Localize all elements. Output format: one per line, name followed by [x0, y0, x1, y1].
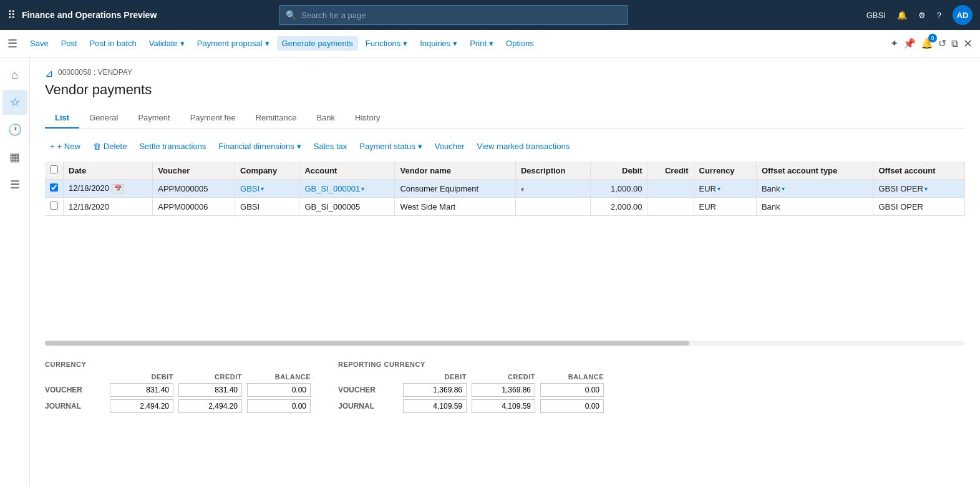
sidebar-item-favorites[interactable]: ☆	[2, 90, 27, 115]
offset-account-value: GBSI OPER	[878, 184, 923, 193]
settings-icon[interactable]: ⚙	[918, 11, 926, 20]
options-button[interactable]: Options	[501, 36, 539, 51]
offset-type-dropdown-icon[interactable]: ▾	[782, 185, 785, 192]
avatar[interactable]: AD	[953, 5, 973, 25]
table-row[interactable]: 12/18/2020 📅 APPM000005 GBSI ▾	[45, 180, 965, 198]
financial-dimensions-chevron-icon: ▾	[297, 142, 301, 151]
table-scroll: Date Voucher Company Account Vendor name…	[45, 162, 965, 216]
layout: ⌂ ☆ 🕐 ▦ ☰ ⊿ 00000058 : VENDPAY Vendor pa…	[0, 57, 980, 486]
cell-debit: 1,000.00	[590, 180, 648, 198]
currency-totals: CURRENCY DEBIT CREDIT BALANCE VOUCHER 83…	[45, 361, 313, 413]
col-account: Account	[299, 162, 395, 180]
delete-icon: 🗑	[93, 142, 101, 151]
new-button[interactable]: + + New	[45, 139, 85, 154]
sidebar-item-home[interactable]: ⌂	[2, 62, 27, 87]
post-button[interactable]: Post	[56, 36, 82, 51]
cell-date: 12/18/2020 📅	[64, 180, 153, 198]
currency-credit-header: CREDIT	[176, 373, 245, 381]
offset-type-value: Bank	[762, 184, 780, 193]
tab-bank[interactable]: Bank	[306, 108, 345, 129]
financial-dimensions-button[interactable]: Financial dimensions ▾	[213, 139, 306, 154]
table-row[interactable]: 12/18/2020 APPM000006 GBSI GB_SI_000005 …	[45, 198, 965, 216]
functions-chevron-icon: ▾	[403, 39, 407, 48]
col-offset-account: Offset account	[873, 162, 965, 180]
search-input[interactable]	[301, 11, 621, 20]
view-marked-button[interactable]: View marked transactions	[472, 139, 575, 154]
tab-general[interactable]: General	[79, 108, 128, 129]
refresh-icon[interactable]: ↺	[938, 37, 946, 49]
data-table: Date Voucher Company Account Vendor name…	[45, 162, 965, 216]
help-icon[interactable]: ?	[937, 11, 941, 20]
toolbar: ☰ Save Post Post in batch Validate ▾ Pay…	[0, 30, 980, 57]
journal-credit: 2,494.20	[178, 399, 242, 413]
voucher-button[interactable]: Voucher	[430, 139, 470, 154]
tab-list[interactable]: List	[45, 108, 79, 129]
inquiries-label: Inquiries	[420, 39, 450, 48]
functions-button[interactable]: Functions ▾	[361, 36, 412, 51]
currency-dropdown-icon[interactable]: ▾	[717, 185, 720, 192]
rep-voucher-debit: 1,369.86	[403, 383, 467, 397]
save-button[interactable]: Save	[25, 36, 54, 51]
select-all-header[interactable]	[45, 162, 64, 180]
currency-value: EUR	[699, 184, 716, 193]
row-checkbox-cell	[45, 198, 64, 216]
print-label: Print	[470, 39, 487, 48]
payment-proposal-label: Payment proposal	[197, 39, 263, 48]
sidebar: ⌂ ☆ 🕐 ▦ ☰	[0, 57, 30, 486]
rep-balance-header: BALANCE	[538, 373, 606, 381]
notifications-icon[interactable]: 🔔	[897, 11, 907, 20]
app-grid-icon[interactable]: ⠿	[7, 8, 16, 22]
cell-date: 12/18/2020	[64, 198, 153, 216]
cell-offset-account-type: Bank ▾	[756, 180, 873, 198]
rep-voucher-credit: 1,369.86	[472, 383, 535, 397]
company-dropdown-icon[interactable]: ▾	[261, 185, 264, 192]
payment-proposal-button[interactable]: Payment proposal ▾	[192, 36, 274, 51]
tab-payment[interactable]: Payment	[128, 108, 180, 129]
offset-account-dropdown-icon[interactable]: ▾	[924, 185, 928, 192]
generate-payments-button[interactable]: Generate payments	[277, 36, 358, 51]
col-company: Company	[235, 162, 299, 180]
calendar-icon[interactable]: 📅	[112, 184, 124, 193]
delete-button[interactable]: 🗑 Delete	[88, 139, 132, 154]
tab-history[interactable]: History	[345, 108, 390, 129]
inquiries-chevron-icon: ▾	[453, 39, 457, 48]
row-checkbox[interactable]	[50, 183, 58, 192]
sales-tax-button[interactable]: Sales tax	[309, 139, 352, 154]
hamburger-icon[interactable]: ☰	[7, 37, 17, 51]
sidebar-item-workspaces[interactable]: ▦	[2, 145, 27, 170]
favorites-icon[interactable]: ✦	[890, 37, 898, 49]
notifications-badge-icon[interactable]: 🔔0	[921, 37, 933, 49]
rep-voucher-label: VOUCHER	[338, 386, 400, 394]
col-vendor-name: Vendor name	[395, 162, 515, 180]
select-all-checkbox[interactable]	[50, 165, 58, 173]
popout-icon[interactable]: ⧉	[951, 38, 958, 49]
col-credit: Credit	[648, 162, 694, 180]
cell-description: ▾	[515, 180, 590, 198]
close-button[interactable]: ✕	[963, 37, 973, 51]
pin-icon[interactable]: 📌	[903, 37, 916, 49]
inquiries-button[interactable]: Inquiries ▾	[415, 36, 462, 51]
cell-company: GBSI	[235, 198, 299, 216]
post-in-batch-button[interactable]: Post in batch	[85, 36, 142, 51]
tab-payment-fee[interactable]: Payment fee	[180, 108, 246, 129]
app-title: Finance and Operations Preview	[22, 10, 157, 20]
account-dropdown-icon[interactable]: ▾	[361, 185, 364, 192]
payment-status-button[interactable]: Payment status ▾	[354, 139, 427, 154]
row-checkbox[interactable]	[50, 202, 58, 210]
search-icon: 🔍	[286, 10, 296, 20]
sidebar-item-recent[interactable]: 🕐	[2, 117, 27, 142]
col-voucher: Voucher	[153, 162, 235, 180]
company-link[interactable]: GBSI	[240, 184, 260, 193]
sidebar-item-modules[interactable]: ☰	[2, 172, 27, 197]
filter-icon[interactable]: ⊿	[45, 67, 53, 79]
payment-proposal-chevron-icon: ▾	[265, 39, 269, 48]
account-link[interactable]: GB_SI_000001	[304, 184, 360, 193]
print-button[interactable]: Print ▾	[465, 36, 498, 51]
currency-title: CURRENCY	[45, 361, 313, 368]
print-chevron-icon: ▾	[489, 39, 493, 48]
settle-transactions-button[interactable]: Settle transactions	[134, 139, 211, 154]
tab-remittance[interactable]: Remittance	[246, 108, 307, 129]
validate-button[interactable]: Validate ▾	[144, 36, 190, 51]
description-dropdown-icon[interactable]: ▾	[521, 186, 524, 193]
voucher-credit: 831.40	[178, 383, 242, 397]
